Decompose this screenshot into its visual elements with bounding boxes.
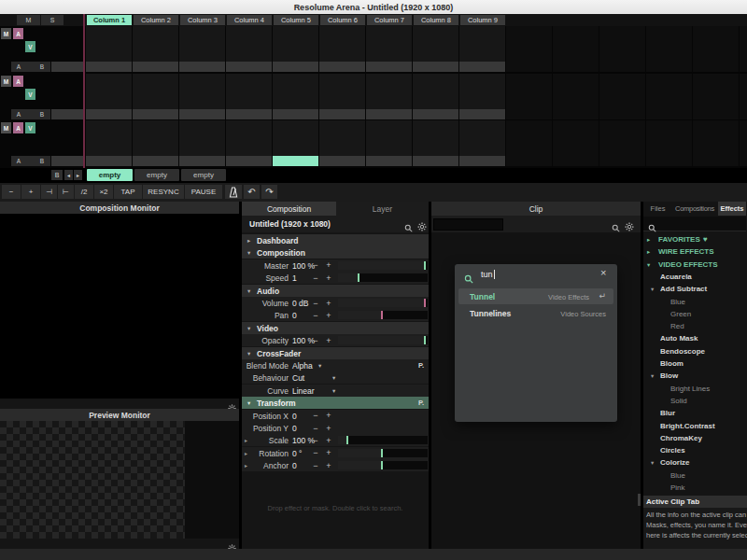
clip-cell-empty[interactable] (553, 26, 599, 72)
layer-audio-button[interactable]: A (13, 76, 23, 87)
metronome-button[interactable] (225, 185, 242, 199)
bpm-half-button[interactable]: /2 (75, 185, 93, 199)
param-value[interactable]: 1 (292, 273, 297, 283)
bpm-double-button[interactable]: ×2 (94, 185, 113, 199)
search-icon[interactable] (612, 219, 620, 236)
section-header-dashboard[interactable]: ▸Dashboard (242, 234, 429, 246)
tab-clip[interactable]: Clip (431, 202, 641, 216)
param-slider[interactable] (338, 336, 428, 344)
tree-item-bright-lines[interactable]: Bright Lines (643, 383, 747, 395)
decrement-button[interactable]: − (311, 309, 320, 321)
increment-button[interactable]: + (324, 334, 333, 346)
composition-slot-2[interactable]: empty (134, 169, 179, 181)
layer-mute-button[interactable]: M (1, 76, 11, 87)
layer-a-select[interactable]: A (14, 156, 23, 166)
decrement-button[interactable]: − (311, 422, 320, 434)
tree-item-blue[interactable]: Blue (643, 296, 747, 308)
composition-mute-button[interactable]: M (17, 15, 40, 25)
clip-cell-empty[interactable] (693, 26, 739, 72)
param-animation-badge[interactable]: P. (418, 361, 424, 370)
composition-slot-1[interactable]: empty (87, 169, 133, 181)
clip-cell-empty[interactable] (506, 74, 552, 119)
increment-button[interactable]: + (324, 459, 333, 471)
section-header-crossfader[interactable]: ▾CrossFader (242, 347, 429, 359)
column-header-9[interactable]: Column 9 (460, 15, 505, 25)
bpm-increase-button[interactable]: + (21, 185, 40, 199)
decrement-button[interactable]: − (311, 272, 320, 284)
increment-button[interactable]: + (324, 447, 333, 459)
clip-cell-empty[interactable] (646, 74, 692, 119)
pause-button[interactable]: PAUSE (185, 185, 222, 199)
tree-item-acuarela[interactable]: Acuarela (643, 271, 747, 283)
increment-button[interactable]: + (324, 410, 333, 422)
transform-section-header[interactable]: ▾TransformP. (242, 397, 429, 409)
layer-mute-button[interactable]: M (1, 122, 11, 133)
tree-item-red[interactable]: Red (643, 320, 747, 332)
increment-button[interactable]: + (324, 259, 333, 272)
increment-button[interactable]: + (324, 297, 333, 309)
tab-compositions[interactable]: Compositions (672, 202, 717, 216)
effects-search-box[interactable] (643, 217, 746, 231)
clip-cell-empty[interactable] (553, 74, 599, 119)
decrement-button[interactable]: − (311, 259, 320, 272)
decrement-button[interactable]: − (311, 410, 320, 422)
composition-solo-button[interactable]: S (41, 15, 63, 25)
next-column-button[interactable]: ► (74, 170, 82, 180)
param-value[interactable]: 0 dB (292, 299, 309, 308)
gear-icon[interactable] (625, 218, 634, 235)
param-value[interactable]: Alpha (292, 361, 313, 371)
layer-audio-button[interactable]: A (13, 28, 23, 39)
clip-cell-empty[interactable] (506, 26, 552, 72)
param-slider[interactable] (338, 261, 428, 270)
clip-cell-empty[interactable] (693, 120, 739, 166)
column-header-4[interactable]: Column 4 (227, 15, 272, 25)
clip-name-input[interactable] (433, 218, 503, 231)
search-result-row[interactable]: TunnelinesVideo Sources (458, 305, 613, 321)
tree-item-blow[interactable]: ▾Blow (643, 370, 747, 382)
section-header-audio[interactable]: ▾Audio (242, 285, 429, 297)
param-slider[interactable] (338, 449, 428, 457)
tab-effects[interactable]: Effects (718, 202, 746, 216)
increment-button[interactable]: + (324, 309, 333, 321)
column-header-6[interactable]: Column 6 (320, 15, 365, 25)
column-header-2[interactable]: Column 2 (134, 15, 178, 25)
clip-cell-empty[interactable] (599, 120, 645, 166)
tree-item-wire-effects[interactable]: ▸WIRE EFFECTS (643, 245, 747, 258)
tree-item-circles[interactable]: Circles (643, 444, 747, 456)
layer-video-button[interactable]: V (25, 41, 35, 52)
tab-files[interactable]: Files (644, 202, 671, 216)
column-header-5[interactable]: Column 5 (274, 15, 318, 25)
chevron-down-icon[interactable]: ▾ (318, 362, 321, 370)
scrollbar-thumb[interactable] (638, 494, 641, 506)
redo-button[interactable]: ↷ (261, 185, 277, 199)
prev-column-button[interactable]: ◄ (64, 170, 73, 180)
layer-b-select[interactable]: B (37, 156, 47, 166)
layer-audio-button[interactable]: A (13, 122, 23, 133)
undo-button[interactable]: ↶ (244, 185, 260, 199)
param-value[interactable]: Linear (292, 386, 315, 396)
tree-item-chromakey[interactable]: ChromaKey (643, 432, 747, 444)
section-header-composition[interactable]: ▾Composition (242, 246, 429, 259)
layer-a-select[interactable]: A (14, 109, 23, 119)
layer-b-select[interactable]: B (37, 62, 47, 72)
chevron-down-icon[interactable]: ▾ (332, 387, 335, 395)
decrement-button[interactable]: − (311, 334, 320, 346)
increment-button[interactable]: + (324, 422, 333, 434)
param-slider[interactable] (338, 299, 428, 307)
tree-item-blue[interactable]: Blue (643, 469, 747, 482)
clip-cell-empty[interactable] (599, 74, 645, 119)
nudge-down-button[interactable]: ⊣ (41, 185, 57, 199)
section-header-video[interactable]: ▾Video (242, 322, 429, 334)
tree-item-solid[interactable]: Solid (643, 395, 747, 407)
tree-item-bloom[interactable]: Bloom (643, 357, 747, 370)
param-slider[interactable] (338, 461, 428, 469)
clip-cell-empty[interactable] (599, 26, 645, 72)
param-slider[interactable] (338, 311, 428, 319)
layer-b-select[interactable]: B (37, 109, 47, 119)
tree-item-add-subtract[interactable]: ▾Add Subtract (643, 283, 747, 295)
layer-video-button[interactable]: V (25, 122, 35, 133)
column-header-8[interactable]: Column 8 (414, 15, 458, 25)
column-header-7[interactable]: Column 7 (367, 15, 412, 25)
nudge-up-button[interactable]: ⊢ (58, 185, 74, 199)
decrement-button[interactable]: − (311, 447, 320, 459)
